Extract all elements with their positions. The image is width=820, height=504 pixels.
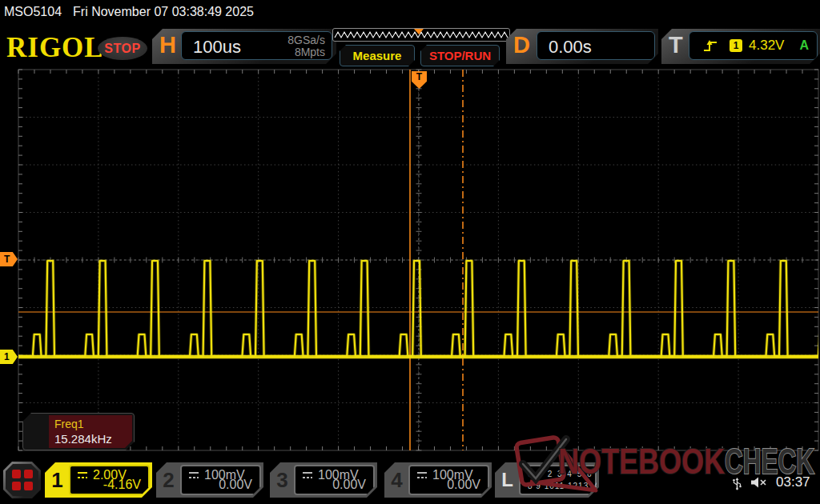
oscilloscope-screen: MSO5104 Fri November 07 03:38:49 2025 RI… (0, 0, 820, 504)
measurement-panel[interactable]: Freq1 15.284kHz (22, 413, 135, 450)
channel-3-readout: 100mV 0.00V (294, 465, 375, 495)
measurement-value: 15.284kHz (54, 432, 112, 446)
speaker-muted-icon (750, 476, 769, 489)
dc-coupling-icon (187, 470, 200, 480)
clock-time: 03:37 (776, 474, 810, 490)
channel-4-offset: 0.00V (447, 478, 480, 492)
dc-coupling-icon (76, 470, 89, 480)
channel-2-offset: 0.00V (219, 478, 252, 492)
channel-1-offset: -4.16V (103, 478, 141, 492)
main-menu-grid-icon (6, 464, 38, 496)
channel-4-readout: 100mV 0.00V (408, 465, 489, 495)
channel-tab-1[interactable]: 1 2.00V -4.16V (45, 462, 152, 498)
trigger-position-flag-label: T (416, 71, 422, 82)
usb-icon (732, 475, 742, 490)
channel-2-number: 2 (156, 462, 181, 498)
channel-3-number: 3 (270, 462, 295, 498)
channel-tab-3[interactable]: 3 100mV 0.00V (270, 462, 377, 498)
channel-tab-2[interactable]: 2 100mV 0.00V (156, 462, 263, 498)
main-menu-button[interactable] (3, 462, 41, 498)
channel-2-readout: 100mV 0.00V (180, 465, 261, 495)
channel-1-readout: 2.00V -4.16V (69, 465, 150, 495)
channel1-waveform-trace (18, 261, 820, 357)
logic-digits-row2: 8 9 1011 12131415 (528, 482, 609, 490)
channel-1-number: 1 (45, 462, 70, 498)
channel-tab-4[interactable]: 4 100mV 0.00V (384, 462, 492, 498)
dc-coupling-icon (416, 470, 428, 480)
trigger-level-flag-label: T (4, 254, 10, 265)
channel-3-offset: 0.00V (332, 478, 366, 492)
logic-tab-label: L (495, 462, 520, 498)
status-icons: 03:37 (732, 474, 810, 490)
dc-coupling-icon (301, 470, 314, 480)
measurement-inner: Freq1 15.284kHz (49, 415, 132, 448)
channel-status-bar: 1 2.00V -4.16V 2 (0, 460, 820, 504)
measurement-label: Freq1 (54, 418, 84, 430)
logic-channels-readout: 0 1 2 3 4 5 6 7 8 9 1011 12131415 (519, 465, 597, 495)
logic-digits-row1: 0 1 2 3 4 5 6 7 (528, 470, 603, 478)
channel1-ground-flag-label: 1 (4, 351, 10, 362)
logic-analyzer-tab[interactable]: L 0 1 2 3 4 5 6 7 8 9 1011 12131415 (495, 462, 599, 498)
channel-4-number: 4 (384, 462, 409, 498)
